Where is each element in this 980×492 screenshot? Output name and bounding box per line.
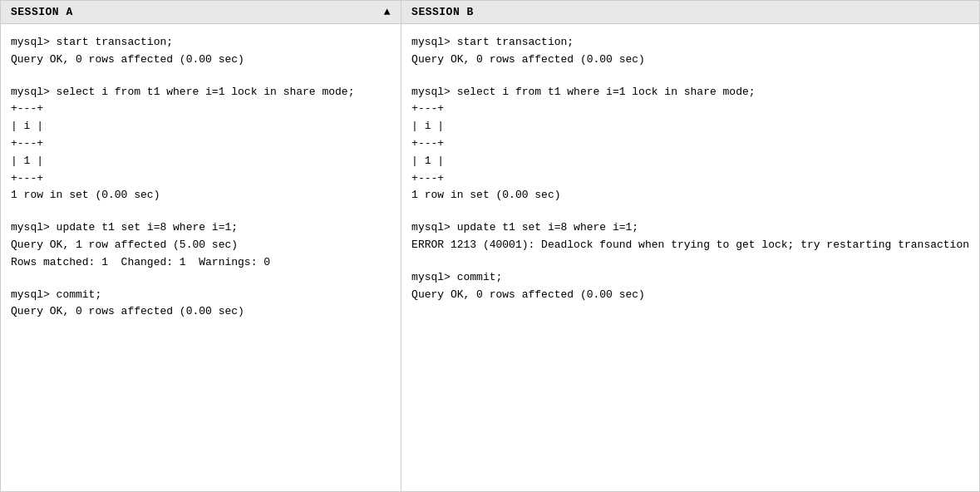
- block-a-1: mysql> start transaction;Query OK, 0 row…: [11, 34, 391, 69]
- block-b-1: mysql> start transaction;Query OK, 0 row…: [411, 34, 969, 69]
- session-b: SESSION Bmysql> start transaction;Query …: [401, 1, 979, 491]
- session-a-header: SESSION A▲: [1, 1, 401, 24]
- block-a-2-line-1: +---+: [11, 101, 391, 118]
- block-a-4-line-1: Query OK, 0 rows affected (0.00 sec): [11, 303, 391, 321]
- session-b-header: SESSION B: [401, 1, 979, 24]
- block-b-4-line-1: Query OK, 0 rows affected (0.00 sec): [411, 287, 969, 304]
- block-a-3-line-3: Query OK, 1 row affected (5.00 sec): [11, 237, 391, 254]
- block-a-2-line-3: +---+: [11, 135, 391, 153]
- block-a-2-line-0: mysql> select i from t1 where i=1 lock i…: [11, 84, 391, 101]
- block-a-4: mysql> commit;Query OK, 0 rows affected …: [11, 287, 391, 322]
- block-b-3-line-1: ERROR 1213 (40001): Deadlock found when …: [411, 237, 969, 254]
- block-a-3-line-4: Rows matched: 1 Changed: 1 Warnings: 0: [11, 254, 391, 272]
- block-a-2-line-4: | 1 |: [11, 153, 391, 170]
- session-a-body: mysql> start transaction;Query OK, 0 row…: [1, 24, 401, 491]
- block-b-2-line-0: mysql> select i from t1 where i=1 lock i…: [411, 84, 969, 101]
- block-a-1-line-1: Query OK, 0 rows affected (0.00 sec): [11, 52, 391, 69]
- block-b-3: mysql> update t1 set i=8 where i=1;ERROR…: [411, 219, 969, 254]
- block-b-2-line-3: +---+: [411, 135, 969, 153]
- block-b-4-line-0: mysql> commit;: [411, 269, 969, 287]
- block-b-2-line-6: 1 row in set (0.00 sec): [411, 187, 969, 204]
- session-b-body: mysql> start transaction;Query OK, 0 row…: [401, 24, 979, 491]
- block-a-3-line-0: mysql> update t1 set i=8 where i=1;: [11, 219, 391, 237]
- block-a-1-line-0: mysql> start transaction;: [11, 34, 391, 52]
- block-b-2-line-4: | 1 |: [411, 153, 969, 170]
- session-b-title: SESSION B: [411, 6, 474, 18]
- block-b-4: mysql> commit;Query OK, 0 rows affected …: [411, 269, 969, 304]
- session-a-title: SESSION A: [11, 6, 73, 18]
- block-a-2-line-5: +---+: [11, 170, 391, 188]
- block-b-1-line-1: Query OK, 0 rows affected (0.00 sec): [411, 52, 969, 69]
- block-b-1-line-0: mysql> start transaction;: [411, 34, 969, 52]
- main-container: SESSION A▲mysql> start transaction;Query…: [0, 0, 980, 492]
- block-b-2-line-2: | i |: [411, 118, 969, 135]
- session-a-arrow-icon: ▲: [384, 6, 391, 18]
- session-a: SESSION A▲mysql> start transaction;Query…: [1, 1, 401, 491]
- block-b-2: mysql> select i from t1 where i=1 lock i…: [411, 84, 969, 205]
- block-a-2-line-2: | i |: [11, 118, 391, 135]
- block-b-2-line-5: +---+: [411, 170, 969, 188]
- block-a-2-line-6: 1 row in set (0.00 sec): [11, 187, 391, 204]
- block-a-3: mysql> update t1 set i=8 where i=1;Query…: [11, 219, 391, 271]
- block-b-3-line-0: mysql> update t1 set i=8 where i=1;: [411, 219, 969, 237]
- block-a-4-line-0: mysql> commit;: [11, 287, 391, 304]
- block-a-2: mysql> select i from t1 where i=1 lock i…: [11, 84, 391, 205]
- block-b-2-line-1: +---+: [411, 101, 969, 118]
